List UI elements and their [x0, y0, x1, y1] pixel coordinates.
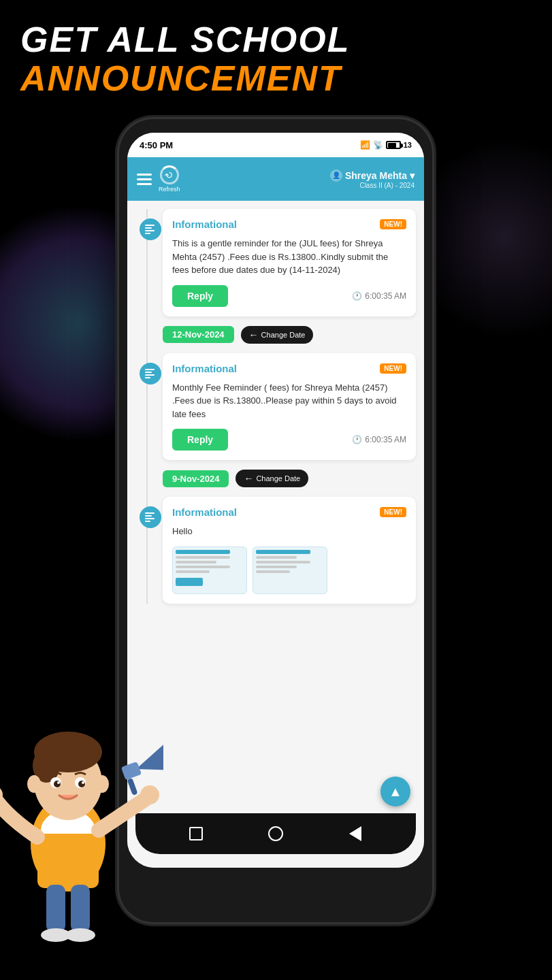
svg-rect-17: [46, 885, 65, 932]
hamburger-menu-button[interactable]: [137, 174, 152, 185]
svg-rect-22: [127, 778, 138, 796]
card-title-3: Informational: [172, 506, 237, 518]
content-area: Informational NEW! This is a gentle remi…: [127, 201, 424, 868]
phone-screen: 4:50 PM 📶 📡 13 ↻: [127, 133, 424, 868]
header-left: ↻ Refresh: [137, 165, 180, 193]
reply-button-2[interactable]: Reply: [172, 429, 228, 451]
change-date-label-1: Change Date: [261, 331, 306, 339]
recent-apps-button[interactable]: [186, 824, 206, 843]
card-body-1: This is a gentle reminder for the (JUL f…: [172, 237, 406, 277]
attachment-thumb-2: [253, 546, 327, 594]
svg-point-14: [82, 781, 84, 784]
back-button[interactable]: [346, 824, 365, 843]
svg-point-16: [95, 775, 109, 793]
svg-point-20: [65, 928, 95, 942]
clock-icon-2: 🕐: [352, 435, 362, 444]
time-text-1: 6:00:35 AM: [365, 291, 406, 301]
recent-apps-icon: [189, 827, 203, 840]
battery-percent: 13: [404, 141, 412, 149]
change-date-label-2: Change Date: [256, 474, 300, 483]
status-time: 4:50 PM: [140, 140, 173, 150]
new-badge-3: NEW!: [380, 507, 406, 517]
character-figure: [0, 626, 163, 966]
arrow-icon-2: ←: [244, 473, 253, 484]
user-name-text: Shreya Mehta: [345, 170, 407, 181]
refresh-icon: ↻: [160, 165, 179, 184]
change-date-button-1[interactable]: ← Change Date: [241, 326, 314, 344]
card-body-2: Monthly Fee Reminder ( fees) for Shreya …: [172, 381, 406, 421]
date-pill-1: 12-Nov-2024: [163, 326, 234, 343]
change-date-button-2[interactable]: ← Change Date: [236, 470, 308, 487]
refresh-label: Refresh: [159, 186, 180, 193]
card-footer-1: Reply 🕐 6:00:35 AM: [172, 285, 406, 307]
dropdown-icon: ▾: [410, 170, 415, 181]
svg-point-11: [54, 781, 61, 787]
card-title-1: Informational: [172, 218, 237, 230]
date-separator-1: 12-Nov-2024 ← Change Date: [163, 326, 416, 344]
refresh-button[interactable]: ↻ Refresh: [159, 165, 180, 193]
home-icon: [268, 826, 283, 841]
reply-button-1[interactable]: Reply: [172, 285, 228, 307]
svg-point-12: [78, 781, 85, 787]
battery-icon: [386, 141, 401, 149]
signal-icon: 📶: [360, 140, 370, 150]
status-icons: 📶 📡 13: [360, 140, 412, 150]
attachment-thumb-1: [172, 546, 247, 594]
user-info: 👤 Shreya Mehta ▾ Class II (A) - 2024: [330, 169, 415, 189]
announcement-card-1: Informational NEW! This is a gentle remi…: [163, 209, 416, 316]
timestamp-1: 🕐 6:00:35 AM: [352, 291, 406, 301]
timeline: Informational NEW! This is a gentle remi…: [135, 209, 416, 604]
date-separator-2: 9-Nov-2024 ← Change Date: [163, 470, 416, 487]
scroll-to-top-button[interactable]: ▲: [380, 777, 410, 806]
new-badge-1: NEW!: [380, 219, 406, 229]
scroll-up-icon: ▲: [389, 785, 402, 798]
phone-frame: 4:50 PM 📶 📡 13 ↻: [119, 119, 432, 922]
time-text-2: 6:00:35 AM: [365, 435, 406, 444]
announcement-card-3: Informational NEW! Hello: [163, 497, 416, 604]
card-title-2: Informational: [172, 363, 237, 374]
card-icon-1: [140, 218, 161, 240]
svg-point-13: [57, 781, 60, 784]
character-svg: [0, 626, 163, 966]
wifi-icon: 📡: [373, 140, 383, 150]
home-button[interactable]: [266, 824, 285, 843]
card-header-3: Informational NEW!: [172, 506, 406, 518]
status-bar: 4:50 PM 📶 📡 13: [127, 133, 424, 157]
card-footer-2: Reply 🕐 6:00:35 AM: [172, 429, 406, 451]
header-line1: GET ALL SCHOOL: [20, 20, 350, 59]
svg-rect-21: [121, 762, 142, 780]
bottom-nav: [135, 813, 416, 854]
timestamp-2: 🕐 6:00:35 AM: [352, 435, 406, 444]
user-name-display[interactable]: 👤 Shreya Mehta ▾: [330, 169, 415, 182]
card-body-3: Hello: [172, 525, 406, 538]
class-label: Class II (A) - 2024: [330, 182, 415, 189]
svg-point-15: [27, 775, 41, 793]
new-badge-2: NEW!: [380, 363, 406, 374]
arrow-icon-1: ←: [249, 329, 259, 340]
back-icon: [349, 826, 361, 841]
card-header-1: Informational NEW!: [172, 218, 406, 230]
page-header: GET ALL SCHOOL ANNOUNCEMENT: [20, 20, 350, 98]
user-avatar-icon: 👤: [330, 169, 342, 182]
card-icon-3: [140, 506, 161, 528]
card-icon-2: [140, 363, 161, 385]
header-line2: ANNOUNCEMENT: [20, 59, 350, 98]
app-header: ↻ Refresh 👤 Shreya Mehta ▾ Class II (A) …: [127, 157, 424, 201]
date-pill-2: 9-Nov-2024: [163, 470, 229, 487]
announcement-card-2: Informational NEW! Monthly Fee Reminder …: [163, 353, 416, 461]
card-header-2: Informational NEW!: [172, 363, 406, 374]
svg-rect-2: [37, 834, 99, 888]
attachment-images: [172, 546, 406, 594]
battery-fill: [388, 143, 397, 148]
svg-point-3: [140, 785, 159, 804]
clock-icon-1: 🕐: [352, 291, 362, 301]
svg-rect-18: [71, 885, 90, 932]
